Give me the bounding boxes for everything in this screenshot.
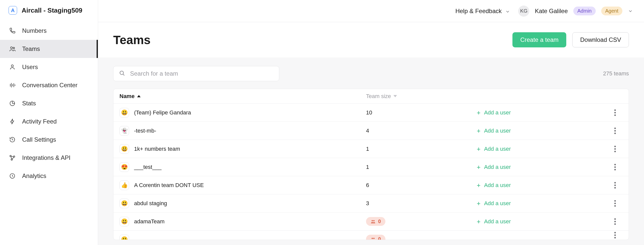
sort-descending-icon bbox=[393, 95, 397, 97]
sidebar-item-users[interactable]: Users bbox=[0, 58, 98, 76]
table-row[interactable]: 👍 A Corentin team DONT USE 6 + Add a use… bbox=[113, 176, 629, 194]
row-actions-menu[interactable] bbox=[614, 232, 616, 238]
table-row[interactable]: 😍 ___test___ 1 + Add a user bbox=[113, 158, 629, 176]
sidebar-item-label: Analytics bbox=[22, 172, 46, 179]
phone-icon bbox=[9, 27, 16, 35]
row-actions-menu[interactable] bbox=[614, 146, 616, 152]
role-badge-admin: Admin bbox=[573, 7, 596, 15]
row-actions-menu[interactable] bbox=[614, 109, 616, 116]
sidebar-item-label: Integrations & API bbox=[22, 154, 70, 161]
download-csv-button[interactable]: Download CSV bbox=[572, 32, 629, 47]
help-feedback-menu[interactable]: Help & Feedback bbox=[455, 8, 510, 15]
sidebar-item-analytics[interactable]: Analytics bbox=[0, 167, 98, 185]
sidebar-item-label: Call Settings bbox=[22, 136, 56, 143]
add-user-button[interactable]: + Add a user bbox=[477, 109, 511, 116]
search-input-wrap[interactable] bbox=[113, 66, 279, 81]
svg-point-1 bbox=[13, 47, 15, 49]
add-user-button[interactable]: + Add a user bbox=[477, 200, 511, 207]
add-user-label: Add a user bbox=[484, 182, 511, 189]
team-size: 10 bbox=[366, 109, 477, 116]
primary-nav: Numbers Teams Users Conversation Center bbox=[0, 22, 98, 185]
team-avatar-emoji: 😃 bbox=[119, 235, 129, 240]
create-team-button[interactable]: Create a team bbox=[512, 32, 566, 47]
plus-icon: + bbox=[477, 128, 480, 134]
topbar: Help & Feedback KG Kate Galilee Admin Ag… bbox=[98, 0, 644, 22]
add-user-button[interactable]: + Add a user bbox=[477, 128, 511, 134]
sidebar-item-integrations[interactable]: Integrations & API bbox=[0, 149, 98, 167]
network-icon bbox=[9, 154, 16, 162]
sidebar-item-activity-feed[interactable]: Activity Feed bbox=[0, 112, 98, 131]
page-header: Teams Create a team Download CSV bbox=[98, 22, 644, 57]
column-header-size-label: Team size bbox=[366, 93, 391, 100]
sidebar-item-teams[interactable]: Teams bbox=[0, 40, 98, 58]
add-user-button[interactable]: + Add a user bbox=[477, 146, 511, 152]
plus-icon: + bbox=[477, 146, 480, 152]
chevron-down-icon[interactable] bbox=[628, 9, 633, 14]
svg-point-2 bbox=[11, 65, 13, 67]
team-name: (Team) Felipe Gandara bbox=[134, 109, 191, 116]
add-user-button[interactable]: + Add a user bbox=[477, 218, 511, 225]
help-feedback-label: Help & Feedback bbox=[455, 8, 502, 15]
column-header-size[interactable]: Team size bbox=[366, 93, 477, 100]
team-name: 1k+ numbers team bbox=[134, 146, 180, 152]
team-size: 4 bbox=[366, 128, 477, 134]
team-size: 1 bbox=[366, 146, 477, 152]
row-actions-menu[interactable] bbox=[614, 182, 616, 189]
people-icon bbox=[371, 237, 376, 240]
page-title: Teams bbox=[113, 33, 151, 47]
table-row[interactable]: 😃 abdul staging 3 + Add a user bbox=[113, 194, 629, 212]
chevron-down-icon bbox=[505, 9, 510, 14]
team-avatar-emoji: 😍 bbox=[119, 162, 129, 172]
sidebar-item-stats[interactable]: Stats bbox=[0, 94, 98, 112]
table-row[interactable]: 😃 (Team) Felipe Gandara 10 + Add a user bbox=[113, 104, 629, 122]
add-user-label: Add a user bbox=[484, 164, 511, 170]
sidebar-item-label: Numbers bbox=[22, 27, 47, 34]
workspace-name: Aircall - Staging509 bbox=[22, 7, 82, 14]
svg-point-0 bbox=[11, 47, 12, 49]
plus-icon: + bbox=[477, 109, 480, 116]
table-row[interactable]: 😃 0 bbox=[113, 231, 629, 240]
team-icon bbox=[9, 45, 16, 53]
table-row[interactable]: 👻 -test-mb- 4 + Add a user bbox=[113, 122, 629, 140]
header-actions: Create a team Download CSV bbox=[512, 32, 629, 47]
team-size-warning-badge: 0 bbox=[366, 217, 385, 226]
workspace-switcher[interactable]: A Aircall - Staging509 bbox=[0, 6, 98, 22]
avatar: KG bbox=[518, 6, 529, 17]
team-count: 275 teams bbox=[603, 70, 629, 77]
sidebar-item-call-settings[interactable]: Call Settings bbox=[0, 131, 98, 149]
row-actions-menu[interactable] bbox=[614, 164, 616, 170]
sidebar-item-label: Teams bbox=[22, 45, 40, 52]
sidebar-item-label: Stats bbox=[22, 100, 36, 107]
team-size: 0 bbox=[378, 236, 381, 240]
row-actions-menu[interactable] bbox=[614, 218, 616, 225]
team-name: abdul staging bbox=[134, 200, 167, 207]
team-avatar-emoji: 👍 bbox=[119, 180, 129, 190]
add-user-label: Add a user bbox=[484, 109, 511, 116]
team-name: adamaTeam bbox=[134, 218, 165, 225]
sort-ascending-icon bbox=[137, 95, 141, 97]
add-user-button[interactable]: + Add a user bbox=[477, 164, 511, 170]
team-size: 1 bbox=[366, 164, 477, 170]
sidebar-item-conversation-center[interactable]: Conversation Center bbox=[0, 76, 98, 94]
row-actions-menu[interactable] bbox=[614, 200, 616, 207]
team-avatar-emoji: 😃 bbox=[119, 108, 129, 117]
add-user-button[interactable]: + Add a user bbox=[477, 182, 511, 189]
column-header-name[interactable]: Name bbox=[119, 93, 366, 100]
content-toolbar: 275 teams bbox=[113, 66, 629, 81]
search-input[interactable] bbox=[130, 70, 274, 77]
plus-icon: + bbox=[477, 164, 480, 170]
main-area: Help & Feedback KG Kate Galilee Admin Ag… bbox=[98, 0, 644, 245]
table-row[interactable]: 😃 adamaTeam 0 + Add a user bbox=[113, 212, 629, 231]
user-icon bbox=[9, 63, 16, 71]
sidebar-item-label: Users bbox=[22, 64, 38, 71]
role-badge-agent: Agent bbox=[601, 7, 622, 15]
svg-point-8 bbox=[120, 71, 124, 75]
sidebar-item-numbers[interactable]: Numbers bbox=[0, 22, 98, 40]
column-header-name-label: Name bbox=[119, 93, 135, 100]
svg-point-4 bbox=[10, 155, 11, 157]
bars-icon bbox=[9, 81, 16, 89]
table-row[interactable]: 😃 1k+ numbers team 1 + Add a user bbox=[113, 140, 629, 158]
add-user-label: Add a user bbox=[484, 146, 511, 152]
team-size-warning-badge: 0 bbox=[366, 235, 385, 240]
row-actions-menu[interactable] bbox=[614, 128, 616, 134]
